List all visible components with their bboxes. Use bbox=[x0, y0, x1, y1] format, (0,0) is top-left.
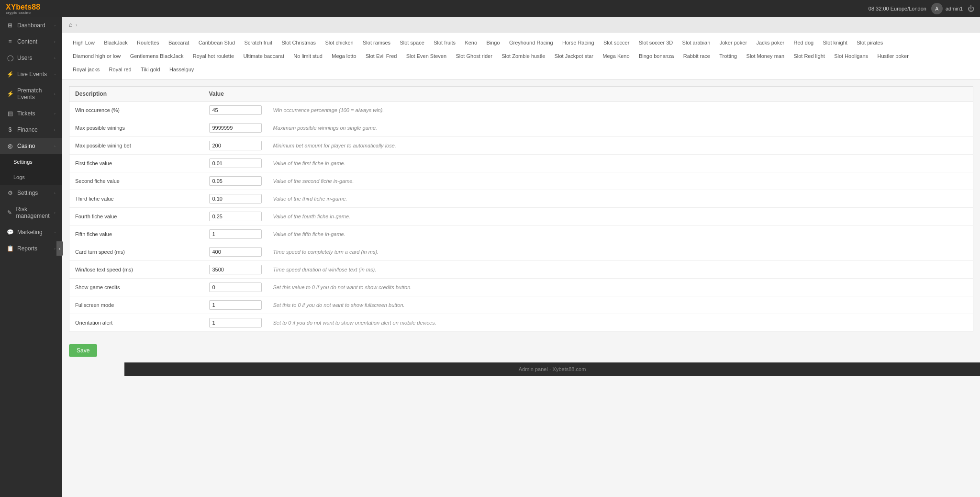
settings-area: Description Value Win occurence (%)Win o… bbox=[62, 79, 980, 339]
tab-hasselguy[interactable]: Hasselguy bbox=[167, 64, 197, 76]
tab-ultimate-baccarat[interactable]: Ultimate baccarat bbox=[240, 51, 287, 62]
tab-slot-jackpot-star[interactable]: Slot Jackpot star bbox=[552, 51, 596, 62]
sidebar-item-casino-settings[interactable]: Settings bbox=[0, 154, 62, 169]
sidebar-label-users: Users bbox=[17, 55, 32, 61]
sidebar-item-risk[interactable]: ✎ Risk management › bbox=[0, 201, 62, 224]
tab-gentlemens-blackjack[interactable]: Gentlemens BlackJack bbox=[127, 51, 187, 62]
sidebar-toggle[interactable]: ‹ bbox=[56, 241, 63, 256]
row-description: Second fiche value bbox=[69, 172, 203, 190]
row-description: Card turn speed (ms) bbox=[69, 243, 203, 261]
value-input[interactable] bbox=[209, 194, 262, 203]
row-value-cell bbox=[203, 172, 267, 190]
tab-slot-soccer-3d[interactable]: Slot soccer 3D bbox=[636, 37, 676, 49]
tab-slot-red-light[interactable]: Slot Red light bbox=[791, 51, 827, 62]
tab-keno[interactable]: Keno bbox=[462, 37, 480, 49]
tab-slot-money-man[interactable]: Slot Money man bbox=[744, 51, 787, 62]
value-input[interactable] bbox=[209, 141, 262, 150]
tab-greyhound-racing[interactable]: Greyhound Racing bbox=[506, 37, 556, 49]
sidebar-item-finance[interactable]: $ Finance › bbox=[0, 122, 62, 138]
tab-bingo[interactable]: Bingo bbox=[483, 37, 502, 49]
value-input[interactable] bbox=[209, 105, 262, 115]
tab-slot-arabian[interactable]: Slot arabian bbox=[679, 37, 713, 49]
tab-tiki-gold[interactable]: Tiki gold bbox=[138, 64, 163, 76]
sidebar-item-content[interactable]: ≡ Content › bbox=[0, 34, 62, 50]
table-row: Orientation alertSet to 0 if you do not … bbox=[69, 314, 973, 332]
tab-caribbean-stud[interactable]: Caribbean Stud bbox=[196, 37, 238, 49]
tab-slot-ramses[interactable]: Slot ramses bbox=[360, 37, 393, 49]
tab-slot-ghost-rider[interactable]: Slot Ghost rider bbox=[453, 51, 495, 62]
tab-baccarat[interactable]: Baccarat bbox=[166, 37, 192, 49]
chevron-icon: › bbox=[54, 23, 56, 28]
tab-slot-hooligans[interactable]: Slot Hooligans bbox=[831, 51, 871, 62]
value-input[interactable] bbox=[209, 123, 262, 133]
sidebar-item-casino-logs[interactable]: Logs bbox=[0, 169, 62, 185]
tab-hustler-poker[interactable]: Hustler poker bbox=[874, 51, 911, 62]
tab-no-limit-stud[interactable]: No limit stud bbox=[290, 51, 325, 62]
tab-slot-evil-fred[interactable]: Slot Evil Fred bbox=[363, 51, 400, 62]
tab-slot-space[interactable]: Slot space bbox=[397, 37, 427, 49]
row-description: Max possible wining bet bbox=[69, 137, 203, 155]
sidebar-item-live-events[interactable]: ⚡ Live Events › bbox=[0, 66, 62, 82]
tickets-icon: ▤ bbox=[7, 110, 13, 117]
topbar-time: 08:32:00 Europe/London bbox=[869, 6, 926, 11]
tab-slot-even-steven[interactable]: Slot Even Steven bbox=[403, 51, 449, 62]
sidebar-item-settings[interactable]: ⚙ Settings › bbox=[0, 185, 62, 201]
row-description: Orientation alert bbox=[69, 314, 203, 332]
sidebar-item-users[interactable]: ◯ Users › bbox=[0, 50, 62, 66]
tab-mega-lotto[interactable]: Mega lotto bbox=[329, 51, 359, 62]
table-row: Win/lose text speed (ms)Time speed durat… bbox=[69, 261, 973, 279]
sidebar-item-marketing[interactable]: 💬 Marketing › bbox=[0, 224, 62, 240]
value-input[interactable] bbox=[209, 212, 262, 221]
value-input[interactable] bbox=[209, 265, 262, 274]
tab-royal-hot-roulette[interactable]: Royal hot roulette bbox=[190, 51, 237, 62]
tab-diamond-high-or-low[interactable]: Diamond high or low bbox=[70, 51, 123, 62]
value-input[interactable] bbox=[209, 158, 262, 168]
header-description: Description bbox=[69, 87, 203, 102]
tab-slot-pirates[interactable]: Slot pirates bbox=[854, 37, 886, 49]
sidebar-item-dashboard[interactable]: ⊞ Dashboard › bbox=[0, 17, 62, 34]
tab-blackjack[interactable]: BlackJack bbox=[101, 37, 131, 49]
row-description: Win/lose text speed (ms) bbox=[69, 261, 203, 279]
tab-jacks-poker[interactable]: Jacks poker bbox=[754, 37, 788, 49]
tab-rabbit-race[interactable]: Rabbit race bbox=[680, 51, 713, 62]
value-input[interactable] bbox=[209, 176, 262, 186]
value-input[interactable] bbox=[209, 318, 262, 328]
tab-scratch-fruit[interactable]: Scratch fruit bbox=[241, 37, 275, 49]
tab-joker-poker[interactable]: Joker poker bbox=[717, 37, 750, 49]
value-input[interactable] bbox=[209, 229, 262, 239]
table-row: Max possible wining betMinimum bet amoun… bbox=[69, 137, 973, 155]
save-button[interactable]: Save bbox=[69, 344, 97, 357]
sidebar-label-prematch: Prematch Events bbox=[17, 87, 54, 101]
layout: ⊞ Dashboard › ≡ Content › ◯ Users › ⚡ Li… bbox=[0, 17, 980, 497]
tab-slot-christmas[interactable]: Slot Christmas bbox=[279, 37, 319, 49]
game-tabs-row1: High Low BlackJack Roulettes Baccarat Ca… bbox=[69, 36, 973, 50]
tab-high-low[interactable]: High Low bbox=[70, 37, 98, 49]
tab-slot-soccer[interactable]: Slot soccer bbox=[601, 37, 632, 49]
row-description: Fullscreen mode bbox=[69, 296, 203, 314]
tab-horse-racing[interactable]: Horse Racing bbox=[559, 37, 597, 49]
table-row: Show game creditsSet this value to 0 if … bbox=[69, 279, 973, 296]
sidebar-item-casino[interactable]: ◎ Casino › bbox=[0, 138, 62, 154]
tab-slot-zombie-hustle[interactable]: Slot Zombie hustle bbox=[499, 51, 548, 62]
sidebar-label-dashboard: Dashboard bbox=[17, 22, 45, 29]
tab-roulettes[interactable]: Roulettes bbox=[134, 37, 162, 49]
sidebar-label-content: Content bbox=[17, 38, 37, 45]
value-input[interactable] bbox=[209, 282, 262, 292]
tab-red-dog[interactable]: Red dog bbox=[791, 37, 817, 49]
breadcrumb-home[interactable]: ⌂ bbox=[69, 21, 73, 28]
tab-slot-knight[interactable]: Slot knight bbox=[820, 37, 850, 49]
sidebar-item-tickets[interactable]: ▤ Tickets › bbox=[0, 105, 62, 122]
sidebar-item-reports[interactable]: 📋 Reports › bbox=[0, 240, 62, 257]
sidebar-item-prematch[interactable]: ⚡ Prematch Events › bbox=[0, 82, 62, 105]
tab-slot-chicken[interactable]: Slot chicken bbox=[322, 37, 356, 49]
row-description: Fourth fiche value bbox=[69, 208, 203, 226]
tab-slot-fruits[interactable]: Slot fruits bbox=[431, 37, 458, 49]
tab-mega-keno[interactable]: Mega Keno bbox=[600, 51, 632, 62]
tab-bingo-bonanza[interactable]: Bingo bonanza bbox=[636, 51, 677, 62]
value-input[interactable] bbox=[209, 300, 262, 310]
tab-royal-red[interactable]: Royal red bbox=[106, 64, 134, 76]
value-input[interactable] bbox=[209, 247, 262, 257]
tab-royal-jacks[interactable]: Royal jacks bbox=[70, 64, 102, 76]
tab-trotting[interactable]: Trotting bbox=[716, 51, 740, 62]
logout-icon[interactable]: ⏻ bbox=[968, 5, 974, 12]
